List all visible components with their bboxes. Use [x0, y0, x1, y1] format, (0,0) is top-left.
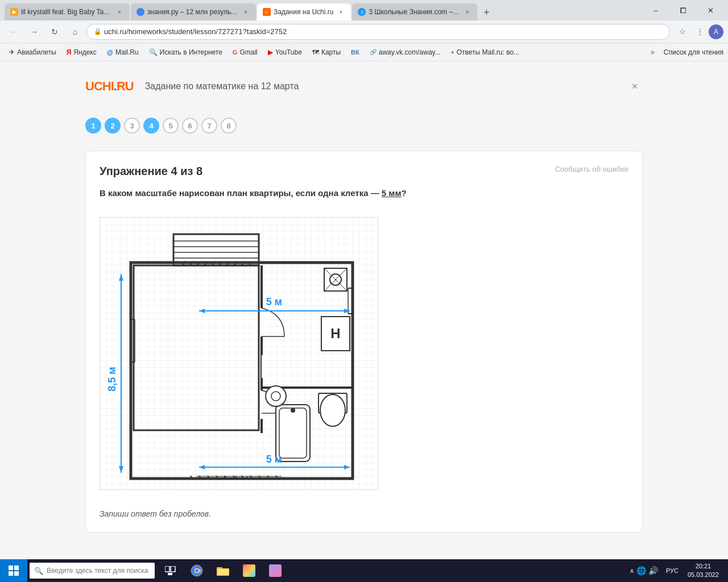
bookmark-label: YouTube [275, 48, 302, 56]
window-controls: – ⧠ ✕ [643, 0, 723, 20]
bookmark-search[interactable]: 🔍 Искать в Интернете [144, 45, 227, 59]
answer-area: Запиши ответ без пробелов. [100, 509, 628, 518]
report-error-button[interactable]: Сообщить об ошибке [555, 165, 628, 173]
dot-3[interactable]: 3 [124, 118, 140, 134]
tray-show-desktop[interactable] [725, 559, 728, 582]
home-button[interactable]: ⌂ [66, 23, 84, 41]
svg-rect-2 [173, 234, 259, 265]
dot-1[interactable]: 1 [85, 118, 101, 134]
taskbar-photo[interactable] [238, 559, 260, 582]
tray-sound[interactable]: 🔊 [648, 566, 658, 575]
svg-rect-79 [9, 571, 13, 576]
taskbar-taskview[interactable] [159, 559, 182, 582]
close-page-button[interactable]: × [627, 78, 643, 94]
reload-button[interactable]: ↻ [46, 23, 64, 41]
dot-7[interactable]: 7 [201, 118, 217, 134]
tab-bar: ▶ lil krystalll feat. Big Baby Tap... × … [0, 0, 728, 20]
bookmark-label: Ответы Mail.ru: во... [457, 48, 519, 56]
svg-point-41 [266, 386, 286, 406]
dot-5[interactable]: 5 [163, 118, 179, 134]
taskbar-gallery[interactable] [264, 559, 287, 582]
bookmark-aviabilety[interactable]: ✈ Авиабилеты [5, 45, 61, 59]
bookmarks-more[interactable]: » [647, 48, 658, 56]
maximize-button[interactable]: ⧠ [670, 0, 696, 20]
bookmark-gmail[interactable]: G Gmail [228, 45, 262, 59]
tab-4-favicon: З [358, 8, 366, 16]
bookmark-label: away.vk.com/away... [379, 48, 441, 56]
dot-8[interactable]: 8 [221, 118, 237, 134]
tab-3-favicon: U [263, 8, 271, 16]
bookmark-youtube[interactable]: ▶ YouTube [263, 45, 307, 59]
taskbar-search[interactable]: 🔍 Введите здесь текст для поиска [30, 563, 155, 579]
svg-rect-81 [165, 566, 169, 572]
svg-rect-78 [14, 566, 19, 570]
taskbar-chrome[interactable] [185, 559, 208, 582]
taskbar-app-icons [159, 559, 287, 582]
svg-rect-23 [260, 390, 263, 419]
close-button[interactable]: ✕ [697, 0, 723, 20]
search-icon: 🔍 [149, 48, 158, 56]
taskbar-file-explorer[interactable] [212, 559, 234, 582]
tab-1-close[interactable]: × [115, 7, 124, 16]
date-display: 05.03.2022 [688, 571, 719, 579]
start-button[interactable] [0, 559, 27, 582]
dot-4[interactable]: 4 [143, 118, 159, 134]
extensions-btn[interactable]: ⋮ [692, 24, 708, 40]
floor-plan-wrapper: H [100, 217, 378, 490]
tab-1-title: lil krystalll feat. Big Baby Tap... [21, 8, 112, 16]
svg-rect-36 [279, 408, 307, 458]
tab-2-close[interactable]: × [241, 7, 250, 16]
logo-ru: RU [117, 79, 134, 93]
tab-2[interactable]: знания.ру – 12 млн результато... × [131, 3, 256, 20]
reading-list[interactable]: Список для чтения [664, 48, 723, 56]
browser-window: ▶ lil krystalll feat. Big Baby Tap... × … [0, 0, 728, 559]
svg-text:5 м: 5 м [266, 454, 282, 465]
exercise-card: Упражнение 4 из 8 Сообщить об ошибке В к… [85, 151, 643, 533]
bookmark-vk[interactable]: ВК [346, 45, 364, 59]
back-button[interactable]: ← [5, 23, 23, 41]
forward-button[interactable]: → [25, 23, 43, 41]
photo-icon [243, 564, 255, 577]
dot-2[interactable]: 2 [105, 118, 121, 134]
svg-rect-21 [260, 308, 263, 336]
taskbar-search-icon: 🔍 [34, 567, 43, 575]
svg-text:5 м: 5 м [266, 296, 282, 307]
bookmark-yandex[interactable]: Я Яндекс [62, 45, 101, 59]
svg-rect-80 [14, 571, 19, 576]
explorer-icon [217, 566, 229, 576]
svg-point-39 [320, 394, 345, 426]
exercise-title: Упражнение 4 из 8 [100, 165, 202, 178]
taskbar-language[interactable]: РУС [663, 567, 682, 574]
address-text: uchi.ru/homeworks/student/lesson/727271?… [104, 27, 287, 36]
bookmark-mailru[interactable]: @ Mail.Ru [102, 45, 143, 59]
svg-rect-77 [9, 566, 13, 570]
floor-plan-svg: H [100, 217, 378, 490]
bookmark-maps[interactable]: 🗺 Карты [308, 45, 345, 59]
address-bar[interactable]: 🔒 uchi.ru/homeworks/student/lesson/72727… [86, 24, 670, 40]
bookmark-label: Gmail [239, 48, 257, 56]
tray-expand[interactable]: ∧ [630, 567, 634, 575]
profile-btn[interactable]: А [709, 24, 723, 39]
exercise-question: В каком масштабе нарисован план квартиры… [100, 187, 628, 200]
windows-icon [9, 566, 19, 576]
tab-2-title: знания.ру – 12 млн результато... [147, 8, 238, 16]
tab-1[interactable]: ▶ lil krystalll feat. Big Baby Tap... × [5, 3, 130, 20]
dot-6[interactable]: 6 [182, 118, 198, 134]
tab-3-close[interactable]: × [336, 7, 345, 16]
tab-4-close[interactable]: × [462, 7, 471, 16]
bookmarks-bar: ✈ Авиабилеты Я Яндекс @ Mail.Ru 🔍 Искать… [0, 43, 728, 61]
nav-bar: ← → ↻ ⌂ 🔒 uchi.ru/homeworks/student/less… [0, 20, 728, 43]
tab-3[interactable]: U Задания на Uchi.ru × [257, 3, 351, 20]
answer-hint: Запиши ответ без пробелов. [100, 509, 211, 518]
tab-4[interactable]: З 3 Школьные Знания.com – Реша... × [352, 3, 477, 20]
time-display: 20:21 [696, 562, 712, 571]
minimize-button[interactable]: – [643, 0, 669, 20]
tray-network[interactable]: 🌐 [636, 566, 646, 575]
bookmark-otvety[interactable]: ● Ответы Mail.ru: во... [446, 45, 524, 59]
svg-point-87 [195, 569, 198, 572]
vk-icon: ВК [351, 49, 359, 56]
new-tab-button[interactable]: + [478, 5, 494, 20]
bookmark-away-vk[interactable]: 🔗 away.vk.com/away... [365, 45, 445, 59]
progress-dots: 1 2 3 4 5 6 7 8 [85, 118, 643, 134]
extensions-star[interactable]: ☆ [675, 24, 690, 40]
